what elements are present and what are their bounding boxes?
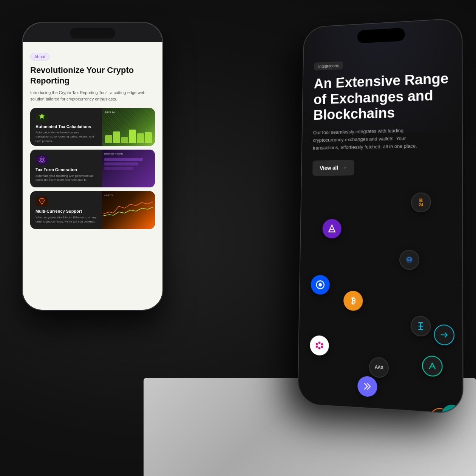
aax-label: AAX	[375, 365, 383, 371]
crypto-icon-teal-fan	[442, 404, 462, 414]
right-phone-subtitle: Our tool seamlessly integrates with lead…	[313, 127, 423, 152]
feature-card-multi-currency: Multi-Currency Support Whether you're in…	[30, 191, 155, 229]
card2-desc: Automate your reporting with generated t…	[36, 174, 97, 182]
card1-title: Automated Tax Calculations	[36, 124, 97, 129]
btc-symbol: ₿	[351, 296, 355, 306]
svg-point-7	[318, 283, 322, 287]
crypto-icon-b24: B 24	[411, 192, 431, 212]
gemini-svg	[416, 321, 426, 331]
opensea-svg	[404, 255, 414, 265]
polkadot-svg	[314, 340, 325, 351]
svg-point-2	[41, 159, 43, 161]
phone-left-content: About Revolutionize Your Crypto Reportin…	[23, 45, 162, 310]
crypto-icon-btc: ₿	[343, 291, 363, 311]
teal-icon-svg	[439, 329, 449, 340]
crypto-icon-polkadot	[310, 335, 329, 356]
svg-point-9	[318, 347, 320, 349]
svg-point-10	[316, 343, 318, 345]
card2-title: Tax Form Generation	[36, 167, 97, 172]
integrations-badge: Integrations	[314, 61, 343, 70]
feature-card-tax-form: Tax Form Generation Automate your report…	[30, 150, 155, 187]
feature-card-left-2: Tax Form Generation Automate your report…	[30, 150, 102, 187]
tax-calc-icon	[38, 113, 46, 122]
phone-right-screen: Integrations An Extensive Range of Excha…	[298, 19, 462, 413]
card1-mock-value: $845.14	[105, 111, 114, 114]
crypto-icon-opensea	[399, 250, 419, 270]
feature-card-automated-tax: Automated Tax Calculations Auto-calculat…	[30, 108, 155, 146]
crypto-icon-near	[422, 355, 442, 377]
left-phone-title: Revolutionize Your Crypto Reporting	[30, 65, 155, 86]
phone-left-screen: About Revolutionize Your Crypto Reportin…	[23, 23, 162, 310]
dydx-svg	[362, 381, 372, 392]
svg-point-8	[318, 342, 321, 344]
crypto-icon-coinbase	[311, 275, 330, 295]
tax-form-icon	[38, 156, 46, 164]
card1-image: $845.14	[102, 108, 155, 146]
svg-point-13	[321, 346, 323, 348]
phone-left: About Revolutionize Your Crypto Reportin…	[23, 23, 162, 310]
card3-title: Multi-Currency Support	[36, 209, 97, 214]
view-all-button[interactable]: View all →	[312, 160, 354, 176]
feature-icon-3	[36, 196, 48, 206]
card3-mock-header: CRYPTOX	[104, 194, 153, 196]
crypto-icon-gemini	[411, 315, 431, 337]
phone-right: Integrations An Extensive Range of Excha…	[298, 19, 462, 413]
card1-desc: Auto-calculate tax based on your transac…	[36, 130, 97, 143]
phone-right-content: Integrations An Extensive Range of Excha…	[298, 45, 462, 413]
card3-desc: Whether you're into Bitcoin, Ethereum, o…	[36, 215, 97, 224]
dynamic-island	[357, 28, 405, 43]
feature-icon-1	[36, 113, 48, 122]
near-svg	[427, 361, 437, 372]
card2-image: Download Reports	[102, 150, 155, 187]
card2-mock-items	[104, 158, 153, 170]
card2-mock-header: Download Reports	[104, 153, 153, 155]
crypto-icon-arweave	[322, 219, 342, 239]
crypto-icon-aax: AAX	[369, 357, 389, 378]
card3-image: CRYPTOX	[102, 191, 155, 229]
coinbase-svg	[315, 280, 325, 291]
card1-mock-bars	[105, 130, 152, 143]
svg-point-12	[316, 346, 318, 348]
card3-mock-chart	[104, 199, 153, 219]
svg-point-11	[321, 343, 323, 345]
crypto-logos-container: B 24	[298, 173, 462, 413]
left-phone-subtitle: Introducing the Crypto Tax Reporting Too…	[30, 90, 155, 102]
crypto-icon-dydx	[357, 376, 377, 397]
view-all-arrow: →	[341, 165, 347, 172]
feature-icon-2	[36, 155, 48, 165]
about-badge: About	[30, 53, 49, 60]
arweave-svg	[327, 224, 337, 233]
feature-card-left-1: Automated Tax Calculations Auto-calculat…	[30, 108, 102, 146]
right-phone-title: An Extensive Range of Exchanges and Bloc…	[313, 70, 450, 123]
feature-card-left-3: Multi-Currency Support Whether you're in…	[30, 191, 102, 229]
multi-currency-icon	[38, 197, 46, 206]
b24-number: 24	[419, 203, 423, 207]
crypto-icon-teal	[434, 324, 454, 346]
view-all-label: View all	[320, 165, 338, 171]
phone-left-notch	[70, 28, 115, 39]
